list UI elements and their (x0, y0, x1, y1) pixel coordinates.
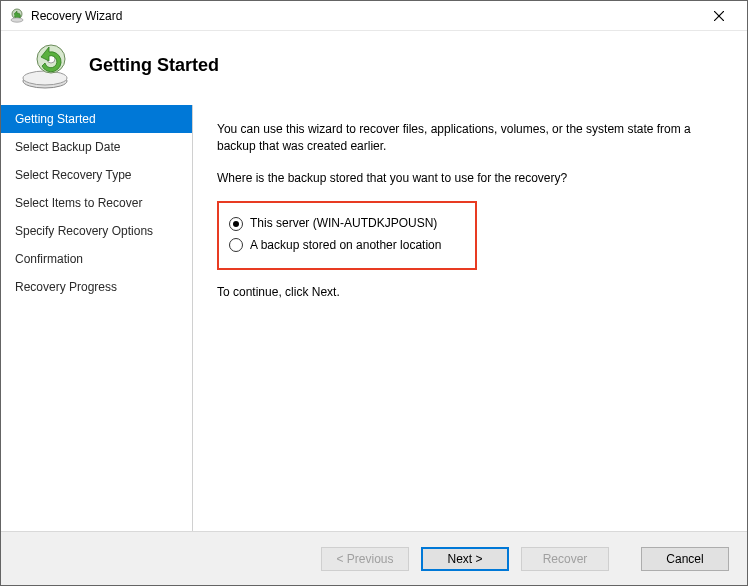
radio-label-this-server: This server (WIN-AUTDKJPOUSN) (250, 215, 437, 232)
backup-location-group: This server (WIN-AUTDKJPOUSN) A backup s… (217, 201, 477, 270)
recover-button: Recover (521, 547, 609, 571)
close-icon (714, 11, 724, 21)
svg-point-5 (23, 71, 67, 85)
step-select-backup-date: Select Backup Date (1, 133, 192, 161)
intro-text: You can use this wizard to recover files… (217, 121, 723, 156)
step-confirmation: Confirmation (1, 245, 192, 273)
page-title: Getting Started (89, 55, 219, 76)
radio-icon (229, 238, 243, 252)
wizard-footer: < Previous Next > Recover Cancel (1, 531, 747, 585)
window-title: Recovery Wizard (31, 9, 699, 23)
previous-button: < Previous (321, 547, 409, 571)
radio-label-another-location: A backup stored on another location (250, 237, 441, 254)
wizard-body: Getting Started Select Backup Date Selec… (1, 105, 747, 531)
steps-sidebar: Getting Started Select Backup Date Selec… (1, 105, 192, 531)
step-select-recovery-type: Select Recovery Type (1, 161, 192, 189)
step-select-items: Select Items to Recover (1, 189, 192, 217)
recovery-icon (19, 39, 71, 91)
step-specify-options: Specify Recovery Options (1, 217, 192, 245)
radio-this-server[interactable]: This server (WIN-AUTDKJPOUSN) (229, 215, 463, 232)
app-icon (9, 8, 25, 24)
next-button[interactable]: Next > (421, 547, 509, 571)
cancel-button[interactable]: Cancel (641, 547, 729, 571)
titlebar: Recovery Wizard (1, 1, 747, 31)
step-recovery-progress: Recovery Progress (1, 273, 192, 301)
close-button[interactable] (699, 2, 739, 30)
svg-point-1 (11, 17, 23, 21)
wizard-header: Getting Started (1, 31, 747, 105)
recovery-wizard-window: Recovery Wizard Getting Started Getting … (0, 0, 748, 586)
question-text: Where is the backup stored that you want… (217, 170, 723, 187)
step-getting-started[interactable]: Getting Started (1, 105, 192, 133)
continue-hint: To continue, click Next. (217, 284, 723, 301)
radio-icon (229, 217, 243, 231)
content-pane: You can use this wizard to recover files… (193, 105, 747, 531)
radio-another-location[interactable]: A backup stored on another location (229, 237, 463, 254)
